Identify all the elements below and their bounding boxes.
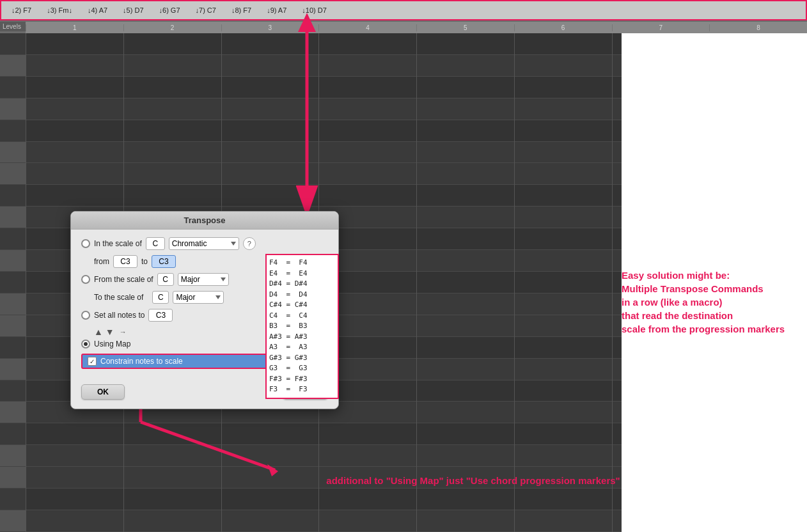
grid-cell [417,272,514,293]
grid-cell [319,33,416,55]
help-button[interactable]: ? [243,237,256,250]
grid-cell [26,489,123,510]
annotation-line3: in a row (like a macro) [622,297,723,308]
grid-cell [417,489,514,510]
to-scale-type-select[interactable]: Major Minor Chromatic [173,291,224,304]
grid-cell [26,423,123,445]
dialog-title: Transpose [71,212,338,230]
annotation-line5: scale from the progression markers [622,324,785,334]
grid-column [416,33,514,532]
map-entry: C4 = C4 [269,311,335,322]
grid-cell [515,163,612,185]
ruler-mark: 5 [416,24,514,31]
ruler-mark: 3 [221,24,319,31]
grid-cell [319,142,416,164]
grid-cell [222,423,319,445]
from-scale-type-select[interactable]: Major Minor Chromatic [178,273,229,286]
grid-cell [515,98,612,120]
grid-cell [26,163,123,185]
in-scale-label: In the scale of [94,239,142,248]
key-row [0,337,26,359]
in-scale-radio[interactable] [81,239,90,248]
grid-cell [515,142,612,164]
key-row [0,98,26,120]
chord-list: ↓2) F7 ↓3) Fm↓ ↓4) A7 ↓5) D7 ↓6) G7 ↓7) … [4,6,334,14]
map-entry: F#3 = F#3 [269,374,335,385]
map-entry: D4 = D4 [269,290,335,301]
chord-item: ↓5) D7 [115,6,151,14]
grid-cell [26,510,123,532]
chord-item: ↓4) A7 [80,6,115,14]
grid-cell [222,98,319,120]
grid-cell [124,98,221,120]
using-map-radio[interactable] [81,340,90,348]
from-scale-key-input[interactable] [157,273,174,286]
ruler-mark: 4 [318,24,416,31]
in-scale-type-select[interactable]: Chromatic Major Minor [169,237,239,250]
grid-cell [222,120,319,142]
grid-cell [26,445,123,467]
grid-cell [319,77,416,98]
key-row [0,33,26,55]
grid-cell [222,33,319,55]
arrow-label: → [120,328,127,336]
key-row [0,402,26,423]
timeline-ruler: 1 2 3 4 5 6 7 8 [26,22,807,33]
grid-cell [515,315,612,337]
grid-cell [222,510,319,532]
map-scroll-down[interactable]: ▼ [106,327,114,337]
grid-cell [515,250,612,272]
to-input[interactable] [152,255,176,268]
key-row [0,510,26,532]
key-row [0,77,26,98]
grid-cell [417,228,514,250]
grid-column [514,33,612,532]
chord-item: ↓2) F7 [4,6,39,14]
ok-button[interactable]: OK [81,384,125,400]
grid-cell [319,445,416,467]
grid-cell [417,207,514,228]
grid-cell [124,423,221,445]
grid-cell [417,163,514,185]
key-row [0,467,26,489]
grid-cell [124,185,221,207]
grid-cell [319,489,416,510]
map-entry: E4 = E4 [269,269,335,279]
to-scale-label: To the scale of [94,293,143,302]
grid-cell [124,33,221,55]
from-scale-label: From the scale of [94,275,153,284]
grid-cell [319,120,416,142]
grid-cell [319,98,416,120]
grid-cell [417,77,514,98]
grid-cell [319,163,416,185]
chord-item: ↓10) D7 [294,6,334,14]
grid-cell [515,337,612,359]
to-label: to [141,257,148,266]
grid-cell [26,467,123,489]
grid-cell [222,55,319,77]
map-entry: D#4 = D#4 [269,279,335,290]
set-all-input[interactable] [148,309,173,322]
grid-cell [124,445,221,467]
to-scale-key-input[interactable] [152,291,169,304]
set-all-radio[interactable] [81,311,90,320]
grid-cell [417,510,514,532]
grid-cell [515,272,612,293]
grid-cell [417,185,514,207]
in-scale-key-input[interactable] [146,237,165,250]
grid-cell [515,120,612,142]
from-label: from [94,257,109,266]
from-input[interactable] [113,255,137,268]
annotation-line4: that read the destination [622,310,733,321]
from-scale-radio[interactable] [81,275,90,284]
map-entry: G3 = G3 [269,363,335,374]
ruler-mark: 7 [612,24,710,31]
key-row [0,423,26,445]
grid-cell [222,163,319,185]
constrain-checkbox[interactable]: ✓ [88,357,97,366]
chord-item: ↓8) F7 [224,6,259,14]
grid-cell [417,402,514,423]
grid-cell [515,33,612,55]
map-scroll-up[interactable]: ▲ [94,327,103,337]
chord-item: ↓7) C7 [188,6,224,14]
